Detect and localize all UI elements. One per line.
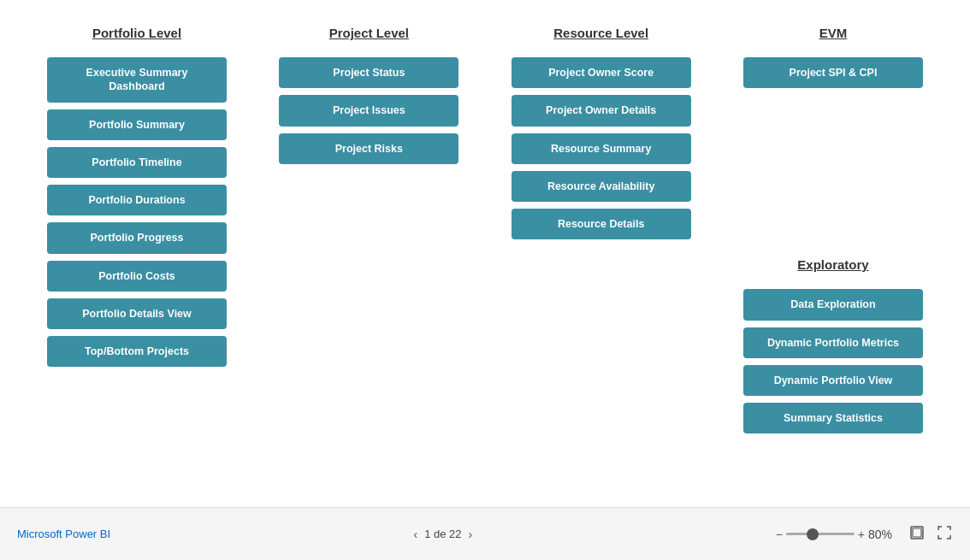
evm-header: EVM <box>819 26 848 40</box>
zoom-out-icon[interactable]: − <box>776 528 783 541</box>
btn-dynamic-portfolio-metrics[interactable]: Dynamic Portfolio Metrics <box>743 327 923 358</box>
btn-portfolio-details-view[interactable]: Portfolio Details View <box>47 298 227 329</box>
btn-project-spi-cpi[interactable]: Project SPI & CPI <box>743 57 923 88</box>
btn-project-status[interactable]: Project Status <box>279 57 458 88</box>
footer-left: Microsoft Power BI <box>17 528 110 540</box>
zoom-in-icon[interactable]: + <box>858 528 865 541</box>
project-level-column: Project Level Project Status Project Iss… <box>275 26 463 490</box>
main-content: Portfolio Level Executive Summary Dashbo… <box>0 0 970 507</box>
btn-portfolio-progress[interactable]: Portfolio Progress <box>47 222 227 253</box>
btn-resource-summary[interactable]: Resource Summary <box>512 133 691 164</box>
btn-project-owner-score[interactable]: Project Owner Score <box>512 57 691 88</box>
resource-level-column: Resource Level Project Owner Score Proje… <box>507 26 695 490</box>
columns-container: Portfolio Level Executive Summary Dashbo… <box>43 26 927 490</box>
footer: Microsoft Power BI ‹ 1 de 22 › − + 80% <box>0 507 970 560</box>
prev-page-button[interactable]: ‹ <box>414 528 418 541</box>
exploratory-header: Exploratory <box>797 257 868 272</box>
fullscreen-button[interactable] <box>936 524 953 545</box>
btn-resource-details[interactable]: Resource Details <box>512 209 691 239</box>
portfolio-level-column: Portfolio Level Executive Summary Dashbo… <box>43 26 231 490</box>
next-page-button[interactable]: › <box>469 528 473 541</box>
svg-rect-1 <box>913 528 921 537</box>
btn-project-owner-details[interactable]: Project Owner Details <box>512 95 691 126</box>
btn-dynamic-portfolio-view[interactable]: Dynamic Portfolio View <box>743 365 923 396</box>
btn-executive-summary[interactable]: Executive Summary Dashboard <box>47 57 227 103</box>
footer-center: ‹ 1 de 22 › <box>414 528 473 541</box>
fit-to-screen-button[interactable] <box>908 524 926 545</box>
evm-column: EVM Project SPI & CPI Exploratory Data E… <box>739 26 927 490</box>
pagination-text: 1 de 22 <box>424 528 461 540</box>
btn-project-risks[interactable]: Project Risks <box>279 133 458 164</box>
btn-portfolio-timeline[interactable]: Portfolio Timeline <box>47 147 227 178</box>
portfolio-level-header: Portfolio Level <box>92 26 181 40</box>
footer-right: − + 80% <box>776 524 953 545</box>
btn-portfolio-durations[interactable]: Portfolio Durations <box>47 185 227 215</box>
btn-portfolio-costs[interactable]: Portfolio Costs <box>47 261 227 292</box>
project-level-header: Project Level <box>329 26 409 40</box>
btn-data-exploration[interactable]: Data Exploration <box>743 289 923 320</box>
btn-top-bottom-projects[interactable]: Top/Bottom Projects <box>47 336 227 367</box>
btn-summary-statistics[interactable]: Summary Statistics <box>743 403 923 433</box>
btn-project-issues[interactable]: Project Issues <box>279 95 458 126</box>
btn-portfolio-summary[interactable]: Portfolio Summary <box>47 109 227 140</box>
btn-resource-availability[interactable]: Resource Availability <box>512 171 691 202</box>
powerbi-link[interactable]: Microsoft Power BI <box>17 528 110 540</box>
zoom-percent: 80% <box>868 528 898 541</box>
resource-level-header: Resource Level <box>553 26 648 40</box>
zoom-slider[interactable] <box>786 533 855 535</box>
zoom-controls: − + 80% <box>776 528 898 541</box>
